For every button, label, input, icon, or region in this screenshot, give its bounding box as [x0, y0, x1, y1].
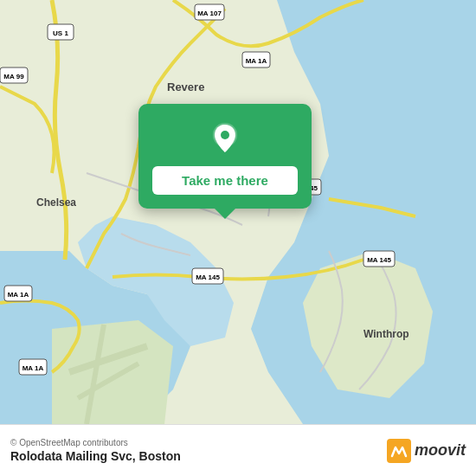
popup-card: Take me there [138, 104, 312, 209]
svg-rect-32 [387, 439, 411, 463]
svg-text:MA 99: MA 99 [3, 73, 24, 80]
copyright-text: © OpenStreetMap contributors [10, 438, 181, 447]
bottom-bar: © OpenStreetMap contributors Rolodata Ma… [0, 424, 476, 476]
svg-text:MA 1A: MA 1A [8, 291, 29, 299]
svg-text:MA 145: MA 145 [196, 273, 220, 281]
moovit-icon [387, 439, 411, 463]
svg-text:MA 1A: MA 1A [23, 364, 44, 372]
location-info: © OpenStreetMap contributors Rolodata Ma… [10, 438, 181, 463]
moovit-label: moovit [415, 441, 466, 460]
svg-text:Winthrop: Winthrop [363, 328, 409, 340]
svg-text:US 1: US 1 [53, 29, 68, 37]
svg-text:MA 145: MA 145 [367, 256, 391, 264]
location-title: Rolodata Mailing Svc, Boston [10, 449, 181, 463]
take-me-there-button[interactable]: Take me there [152, 166, 298, 195]
svg-point-31 [221, 131, 229, 139]
svg-text:MA 107: MA 107 [197, 10, 222, 17]
svg-text:Chelsea: Chelsea [36, 196, 76, 209]
location-pin-icon [206, 119, 244, 158]
map-container[interactable]: US 1 MA 99 MA 107 MA 1A MA 145 MA 145 MA… [0, 0, 476, 424]
svg-text:Revere: Revere [167, 80, 204, 93]
moovit-logo: moovit [387, 439, 466, 463]
svg-text:MA 1A: MA 1A [246, 57, 267, 65]
